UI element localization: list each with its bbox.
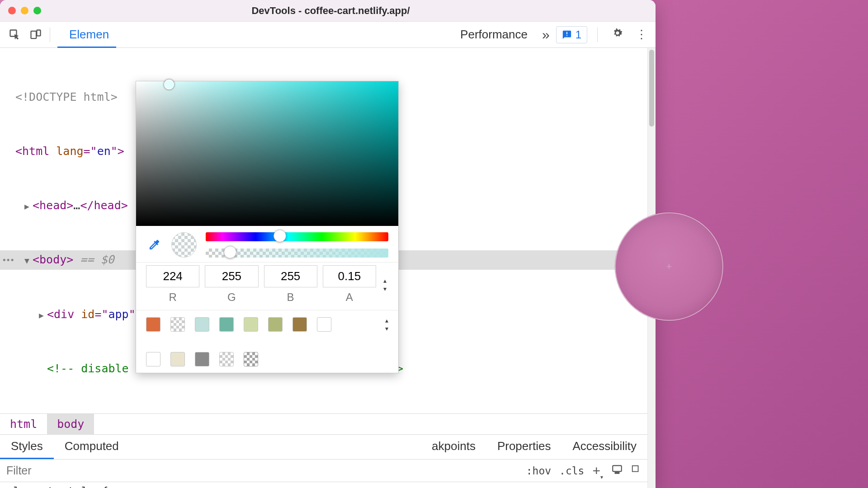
collapse-icon[interactable]: ▼	[24, 254, 33, 267]
hue-handle[interactable]	[274, 230, 286, 242]
dom-comment-close: >	[396, 360, 638, 378]
swatch[interactable]	[219, 352, 234, 366]
rule-element-style[interactable]: element.style { }	[0, 482, 647, 488]
toolbar-divider	[50, 28, 50, 42]
color-b-input[interactable]	[264, 265, 317, 287]
swatch[interactable]	[317, 317, 331, 332]
color-a-input[interactable]	[323, 265, 376, 287]
hov-toggle[interactable]: :hov	[526, 465, 551, 477]
eyedropper-icon[interactable]	[146, 237, 162, 253]
dom-doctype: <!DOCTYPE html>	[15, 90, 118, 103]
label-b: B	[264, 291, 317, 304]
dom-comment: <!-- disable	[47, 360, 129, 378]
new-rule-icon[interactable]: +▾	[592, 463, 603, 479]
styles-rules: element.style { } index.8d6c6f18.css:64 …	[0, 482, 647, 488]
svg-rect-3	[613, 465, 622, 471]
swatch[interactable]	[146, 317, 160, 332]
eyedropper-magnifier[interactable]	[615, 212, 723, 321]
rgba-inputs: R G B A ▴▾	[136, 263, 398, 310]
expand-icon[interactable]: ▶	[24, 200, 33, 213]
styles-tab-styles[interactable]: Styles	[0, 435, 54, 459]
swatch[interactable]	[244, 317, 258, 332]
saturation-value-panel[interactable]	[136, 81, 398, 226]
dom-breadcrumb: html body	[0, 413, 647, 435]
selection-suffix: == $0	[73, 253, 114, 266]
color-r-input[interactable]	[146, 265, 199, 287]
label-g: G	[205, 291, 258, 304]
rendering-icon[interactable]	[631, 465, 641, 477]
issues-badge[interactable]: 1	[556, 26, 587, 43]
swatch[interactable]	[244, 352, 258, 366]
issue-icon	[562, 30, 572, 40]
swatch[interactable]	[146, 352, 160, 366]
more-tabs-icon[interactable]: »	[539, 27, 552, 42]
color-mode-toggle[interactable]: ▴▾	[382, 277, 388, 292]
swatch[interactable]	[195, 317, 209, 332]
tab-performance[interactable]: Performance	[448, 23, 539, 48]
color-picker-popup: R G B A ▴▾	[136, 81, 399, 373]
device-toggle-icon[interactable]	[27, 26, 44, 43]
styles-tab-computed[interactable]: Computed	[54, 435, 130, 459]
issues-count: 1	[576, 28, 581, 41]
swatch[interactable]	[292, 317, 307, 332]
sliders	[206, 232, 388, 258]
devtools-toolbar: Elemen Performance » 1 ⋮	[0, 22, 656, 48]
swatch[interactable]	[195, 352, 209, 366]
settings-icon[interactable]	[609, 25, 626, 44]
color-preview	[171, 232, 197, 258]
dom-body-selected[interactable]: <body>	[33, 253, 73, 266]
panel-tabs: Elemen Performance »	[57, 22, 552, 47]
breadcrumb-html[interactable]: html	[0, 414, 47, 434]
breadcrumb-body[interactable]: body	[47, 414, 94, 434]
swatch-set-toggle[interactable]: ▴▾	[385, 317, 388, 332]
dom-html-open[interactable]: <html	[15, 145, 56, 158]
color-g-input[interactable]	[205, 265, 258, 287]
styles-filter-row: :hov .cls +▾	[0, 460, 647, 482]
content-column: <!DOCTYPE html> <html lang="en"> ▶<head>…	[0, 48, 647, 488]
alpha-slider[interactable]	[206, 249, 388, 258]
swatch[interactable]	[170, 317, 185, 332]
swatch-palette: ▴▾	[136, 310, 398, 373]
cls-toggle[interactable]: .cls	[559, 465, 584, 477]
styles-filter-input[interactable]	[0, 460, 526, 482]
label-r: R	[146, 291, 199, 304]
alpha-handle[interactable]	[224, 246, 236, 258]
device-mode-icon[interactable]	[611, 464, 623, 478]
styles-tab-properties[interactable]: Properties	[486, 435, 562, 459]
dom-div-app[interactable]: <div	[47, 308, 81, 321]
inspect-element-icon[interactable]	[6, 26, 24, 43]
label-a: A	[323, 291, 376, 304]
svg-rect-4	[615, 472, 619, 473]
styles-tab-breakpoints-truncated[interactable]: akpoints	[432, 435, 486, 459]
svg-rect-2	[37, 30, 40, 36]
swatch[interactable]	[219, 317, 234, 332]
swatch[interactable]	[170, 352, 185, 366]
sv-handle[interactable]	[164, 80, 174, 89]
styles-filter-tools: :hov .cls +▾	[526, 463, 647, 479]
hue-slider[interactable]	[206, 232, 388, 241]
styles-tab-accessibility[interactable]: Accessibility	[561, 435, 647, 459]
rule-selector: element.style {	[6, 485, 641, 488]
svg-rect-5	[632, 465, 638, 471]
window-title: DevTools - coffee-cart.netlify.app/	[14, 5, 647, 17]
expand-icon[interactable]: ▶	[39, 309, 47, 322]
more-menu-icon[interactable]: ⋮	[634, 26, 649, 43]
tab-elements[interactable]: Elemen	[57, 23, 116, 48]
svg-rect-1	[31, 31, 37, 38]
devtools-window: DevTools - coffee-cart.netlify.app/ Elem…	[0, 0, 656, 488]
window-titlebar: DevTools - coffee-cart.netlify.app/	[0, 0, 656, 22]
picker-controls-row	[136, 226, 398, 263]
main-area: <!DOCTYPE html> <html lang="en"> ▶<head>…	[0, 48, 656, 488]
dom-head[interactable]: <head>	[33, 199, 73, 212]
swatch[interactable]	[268, 317, 283, 332]
styles-tabs: Styles Computed akpoints Properties Acce…	[0, 435, 647, 460]
toolbar-right: 1 ⋮	[556, 25, 649, 44]
toolbar-divider	[597, 28, 598, 42]
scroll-thumb[interactable]	[649, 50, 654, 127]
